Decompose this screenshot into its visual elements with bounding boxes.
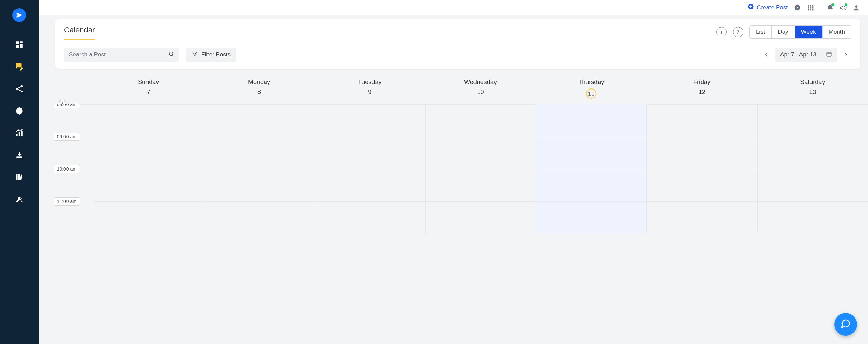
nav-dashboard[interactable] [0,34,39,56]
nav-downloads[interactable] [0,145,39,167]
prev-week-button[interactable] [761,49,772,60]
view-list-button[interactable]: List [750,26,772,38]
app-logo[interactable] [12,8,26,22]
library-icon [15,173,24,183]
page-title: Calendar [64,25,95,40]
day-name: Wednesday [425,79,536,86]
view-day-button[interactable]: Day [772,26,795,38]
svg-point-25 [855,5,858,8]
time-label: 09:00 am [54,133,80,141]
search-box [64,48,179,62]
day-number: 10 [477,88,484,96]
svg-rect-0 [16,41,19,44]
day-name: Monday [204,79,314,86]
nav-library[interactable] [0,167,39,189]
top-bar: Create Post [39,0,868,15]
hour-line [93,137,868,137]
chat-fab[interactable] [834,313,857,336]
hour-line [93,169,868,169]
search-icon[interactable] [168,51,174,59]
day-header[interactable]: Saturday13 [757,76,868,104]
svg-rect-27 [827,52,831,56]
day-number: 13 [809,88,816,96]
day-header[interactable]: Friday12 [646,76,757,104]
day-name: Saturday [757,79,868,86]
day-number: 9 [368,88,371,96]
svg-rect-12 [18,174,20,180]
calendar-grid: Sunday7Monday8Tuesday9Wednesday10Thursda… [39,76,868,344]
nav-tools[interactable] [0,189,39,211]
day-header[interactable]: Wednesday10 [425,76,536,104]
svg-rect-24 [812,9,813,10]
tools-icon [15,195,24,205]
notification-badge [831,3,834,6]
day-name: Thursday [536,79,646,86]
time-label: 10:00 am [54,165,80,173]
day-name: Tuesday [315,79,425,86]
chat-icon [840,319,851,330]
svg-rect-16 [808,5,809,6]
notifications-icon[interactable] [827,4,834,11]
view-month-button[interactable]: Month [823,26,851,38]
create-post-button[interactable]: Create Post [748,3,788,11]
calendar-card: Calendar i ? List Day Week Month [55,19,860,69]
day-number: 12 [698,88,705,96]
svg-rect-20 [810,7,811,8]
svg-rect-11 [16,174,17,180]
day-header[interactable]: Thursday11 [536,76,646,104]
target-icon [15,106,24,117]
calendar-icon [826,51,832,59]
day-header[interactable]: Monday8 [204,76,314,104]
svg-rect-18 [812,5,813,6]
svg-rect-3 [16,45,19,48]
day-name: Friday [646,79,757,86]
svg-rect-9 [19,132,20,136]
create-post-label: Create Post [757,4,788,11]
filter-icon [192,51,198,59]
nav-target[interactable] [0,101,39,123]
filter-label: Filter Posts [201,51,231,58]
nav-connections[interactable] [0,79,39,101]
svg-rect-23 [810,9,811,10]
next-week-button[interactable] [840,49,851,60]
day-number-today: 11 [586,88,596,99]
svg-rect-22 [808,9,809,10]
apps-grid-icon[interactable] [807,4,814,11]
announcements-icon[interactable] [840,4,847,11]
analytics-icon [15,128,24,139]
info-icon[interactable]: i [716,27,727,37]
play-circle-icon[interactable] [794,4,801,11]
user-profile-icon[interactable] [853,4,860,11]
filter-button[interactable]: Filter Posts [186,48,236,62]
compose-icon [15,62,24,73]
topbar-divider [820,4,820,11]
help-icon[interactable]: ? [733,27,743,37]
day-header[interactable]: Tuesday9 [315,76,425,104]
day-name: Sunday [93,79,204,86]
announcement-badge [845,3,847,6]
day-number: 8 [257,88,261,96]
svg-rect-13 [20,174,22,180]
left-sidebar [0,0,39,344]
hour-line [93,201,868,202]
nav-compose[interactable] [0,56,39,79]
svg-rect-21 [812,7,813,8]
day-number: 7 [147,88,150,96]
search-input[interactable] [69,51,168,58]
svg-rect-2 [20,44,23,48]
svg-rect-19 [808,7,809,8]
nav-analytics[interactable] [0,123,39,145]
plus-circle-icon [748,3,754,11]
svg-rect-10 [21,131,22,136]
svg-rect-8 [16,134,17,136]
view-toggle: List Day Week Month [749,25,851,39]
download-icon [15,150,24,161]
date-range-button[interactable]: Apr 7 - Apr 13 [775,48,837,62]
view-week-button[interactable]: Week [795,26,823,38]
svg-rect-17 [810,5,811,6]
dashboard-icon [15,40,24,51]
time-label: 08:00 am [54,104,80,108]
day-header[interactable]: Sunday7 [93,76,204,104]
svg-point-26 [169,52,173,56]
time-label: 11:00 am [54,197,80,206]
